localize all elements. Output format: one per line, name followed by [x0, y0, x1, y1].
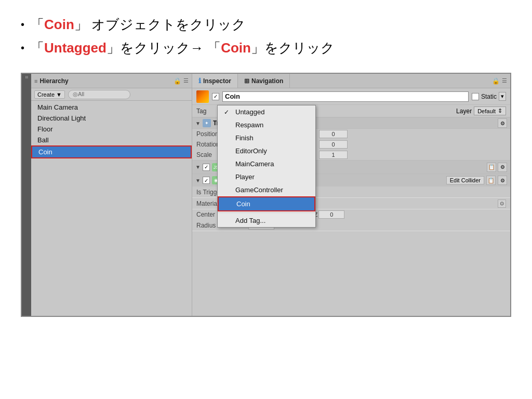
- keyword-untagged: Untagged: [44, 40, 107, 56]
- collider-checkbox[interactable]: ✓: [203, 177, 210, 184]
- create-button[interactable]: Create ▼: [34, 90, 65, 99]
- dropdown-item-finish[interactable]: Finish: [218, 131, 315, 144]
- transform-settings-icon[interactable]: ⚙: [498, 118, 507, 128]
- check-untagged: ✓: [224, 109, 232, 116]
- transform-icon: ✦: [203, 119, 211, 127]
- instruction-line-2: • 「Untagged」をクリック→ 「Coin」をクリック: [21, 39, 511, 57]
- hierarchy-title: Hierarchy: [39, 77, 68, 85]
- transform-buttons: ⚙: [498, 118, 507, 128]
- dropdown-item-editoronly[interactable]: EditorOnly: [218, 144, 315, 157]
- left-sidebar: ≡: [22, 74, 31, 316]
- object-bar: ✓ Coin Static ▾: [192, 88, 510, 105]
- dropdown-item-untagged[interactable]: ✓ Untagged: [218, 105, 315, 118]
- tag-dropdown-menu: ✓ Untagged Respawn Finish EditorOnly: [217, 105, 316, 228]
- edit-collider-button[interactable]: Edit Collider: [446, 176, 484, 184]
- tab-navigation[interactable]: ⊞ Navigation: [238, 74, 290, 88]
- dropdown-item-respawn[interactable]: Respawn: [218, 118, 315, 131]
- layer-dropdown[interactable]: Default ⇕: [474, 107, 506, 115]
- hierarchy-panel: ≡ Hierarchy 🔒 ☰ Create ▼ ◎All Main Camer…: [31, 74, 192, 316]
- tag-label: Tag: [196, 108, 217, 115]
- nav-icon: ⊞: [244, 77, 249, 85]
- tab-inspector[interactable]: ℹ Inspector: [192, 74, 238, 88]
- left-sidebar-decoration: ≡: [24, 76, 30, 79]
- pos-z-field[interactable]: 0: [319, 130, 348, 138]
- hierarchy-list-icon: ≡: [34, 78, 37, 84]
- instruction-text-2: 「Untagged」をクリック→ 「Coin」をクリック: [31, 39, 335, 57]
- static-checkbox[interactable]: [472, 93, 479, 100]
- navigation-tab-label: Navigation: [251, 77, 283, 85]
- layer-label: Layer: [456, 108, 472, 115]
- coin-script-settings-icon[interactable]: ⚙: [498, 163, 507, 172]
- label-player: Player: [235, 173, 255, 181]
- coin-script-buttons: 📋 ⚙: [487, 163, 507, 172]
- coin-script-triangle[interactable]: ▼: [195, 164, 201, 170]
- hierarchy-toolbar: Create ▼ ◎All: [31, 88, 192, 101]
- layer-value: Default: [477, 108, 496, 114]
- hierarchy-header: ≡ Hierarchy 🔒 ☰: [31, 74, 192, 88]
- label-untagged: Untagged: [235, 108, 264, 116]
- hierarchy-items-list: Main Camera Directional Light Floor Ball…: [31, 101, 192, 316]
- dropdown-item-maincamera[interactable]: MainCamera: [218, 157, 315, 170]
- scale-z-field[interactable]: 1: [319, 151, 348, 159]
- tab-headers: ℹ Inspector ⊞ Navigation 🔒 ☰: [192, 74, 510, 88]
- inspector-info-icon: ℹ: [198, 77, 201, 85]
- object-name-field[interactable]: Coin: [222, 91, 469, 102]
- rot-z-field[interactable]: 0: [319, 140, 348, 149]
- instruction-line-1: • 「Coin」 オブジェクトをクリック: [21, 16, 511, 34]
- label-maincamera: MainCamera: [235, 160, 274, 168]
- hierarchy-item-main-camera[interactable]: Main Camera: [31, 102, 192, 113]
- collider-copy-icon[interactable]: 📋: [486, 176, 496, 185]
- static-dropdown[interactable]: ▾: [499, 92, 506, 101]
- label-respawn: Respawn: [235, 121, 263, 129]
- inspector-tab-label: Inspector: [203, 77, 231, 85]
- search-placeholder: ◎All: [73, 91, 84, 98]
- keyword-coin-1: Coin: [44, 17, 74, 32]
- static-label: Static: [481, 93, 497, 100]
- object-icon: [196, 90, 209, 103]
- unity-editor: ≡ ≡ Hierarchy 🔒 ☰ Create ▼ ◎All Main Cam…: [21, 73, 511, 317]
- lock-icon-inspector[interactable]: 🔒: [492, 77, 500, 85]
- layer-arrow: ⇕: [498, 108, 502, 114]
- dropdown-item-coin[interactable]: Coin: [218, 196, 315, 211]
- label-gamecontroller: GameController: [235, 186, 283, 194]
- material-options-icon[interactable]: ⊙: [498, 200, 506, 208]
- transform-triangle[interactable]: ▼: [195, 121, 201, 126]
- hierarchy-item-directional-light[interactable]: Directional Light: [31, 113, 192, 124]
- hierarchy-panel-controls: 🔒 ☰: [71, 77, 189, 85]
- object-active-checkbox[interactable]: ✓: [212, 93, 219, 100]
- instruction-area: • 「Coin」 オブジェクトをクリック • 「Untagged」をクリック→ …: [0, 0, 532, 73]
- tab-controls: 🔒 ☰: [492, 74, 510, 88]
- bullet-2: •: [21, 42, 24, 54]
- label-editoronly: EditorOnly: [235, 147, 267, 155]
- hierarchy-item-coin[interactable]: Coin: [31, 145, 192, 158]
- label-addtag: Add Tag...: [235, 217, 265, 224]
- hierarchy-item-ball[interactable]: Ball: [31, 135, 192, 145]
- center-z-item: Z 0: [314, 210, 345, 219]
- dropdown-item-player[interactable]: Player: [218, 170, 315, 183]
- tag-layer-row: Tag Untagged Layer Default ⇕ ✓ Untagged: [192, 105, 510, 117]
- label-coin: Coin: [236, 200, 250, 208]
- right-panels: ℹ Inspector ⊞ Navigation 🔒 ☰ ✓ Coin St: [192, 74, 510, 316]
- static-area: Static ▾: [472, 92, 506, 101]
- dropdown-item-gamecontroller[interactable]: GameController: [218, 183, 315, 196]
- collider-settings-icon[interactable]: ⚙: [498, 176, 507, 185]
- hierarchy-menu-icon[interactable]: ☰: [183, 77, 189, 84]
- search-box[interactable]: ◎All: [68, 90, 130, 99]
- dropdown-divider: [218, 212, 315, 213]
- hierarchy-item-floor[interactable]: Floor: [31, 124, 192, 135]
- label-finish: Finish: [235, 134, 254, 142]
- inspector-content: ✓ Coin Static ▾ Tag Untagged Layer Defau…: [192, 88, 510, 316]
- instruction-text-1: 「Coin」 オブジェクトをクリック: [31, 16, 246, 34]
- coin-script-copy-icon[interactable]: 📋: [487, 163, 496, 172]
- bullet-1: •: [21, 19, 24, 31]
- hierarchy-lock-icon[interactable]: 🔒: [174, 77, 181, 85]
- collider-triangle[interactable]: ▼: [195, 178, 201, 183]
- keyword-coin-2: Coin: [221, 40, 251, 56]
- center-z-field[interactable]: 0: [318, 210, 344, 219]
- menu-icon-inspector[interactable]: ☰: [502, 77, 507, 84]
- coin-script-checkbox[interactable]: ✓: [203, 164, 210, 171]
- dropdown-item-addtag[interactable]: Add Tag...: [218, 214, 315, 227]
